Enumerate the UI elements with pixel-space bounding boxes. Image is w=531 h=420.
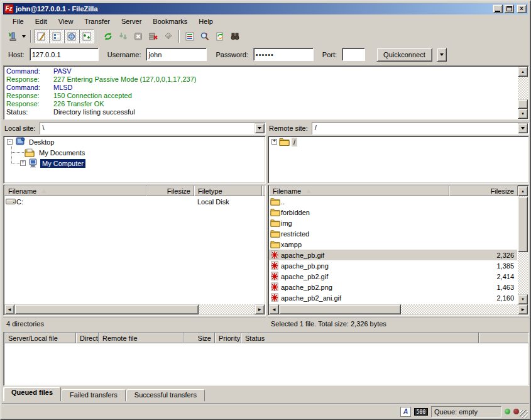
- remote-horizontal-scrollbar[interactable]: ◀ ▶: [269, 304, 528, 314]
- remote-scrollbar-thumb[interactable]: [279, 304, 401, 314]
- menu-transfer[interactable]: Transfer: [79, 16, 116, 27]
- local-horizontal-scrollbar[interactable]: ◀ ▶: [4, 304, 265, 314]
- quickconnect-button[interactable]: Quickconnect: [376, 48, 432, 62]
- port-input[interactable]: [342, 48, 365, 61]
- cancel-operation-button[interactable]: [131, 30, 146, 43]
- close-button[interactable]: ×: [517, 4, 527, 13]
- scroll-right-icon[interactable]: ▶: [255, 304, 265, 314]
- tree-item-my-computer[interactable]: + My Computer: [4, 158, 265, 169]
- username-input[interactable]: [146, 48, 207, 61]
- host-input[interactable]: [30, 48, 99, 61]
- remote-file-name: apache_pb2.gif: [281, 273, 328, 280]
- remote-status-text: Selected 1 file. Total size: 2,326 bytes: [268, 317, 529, 329]
- local-column-filetype[interactable]: Filetype: [194, 185, 262, 196]
- refresh-button[interactable]: [101, 30, 116, 43]
- remote-column-filesize[interactable]: Filesize: [449, 185, 518, 196]
- reconnect-button[interactable]: [161, 30, 176, 43]
- scroll-up-icon[interactable]: ▲: [518, 67, 528, 77]
- queue-column-server-local-file[interactable]: Server/Local file: [4, 333, 76, 343]
- remote-file-row[interactable]: restricted: [269, 228, 517, 239]
- minimize-button[interactable]: [493, 4, 503, 13]
- remote-file-row[interactable]: xampp: [269, 239, 517, 250]
- password-input[interactable]: [253, 48, 314, 61]
- remote-file-row[interactable]: img: [269, 218, 517, 228]
- scroll-left-icon[interactable]: ◀: [4, 304, 14, 314]
- combo-dropdown-button[interactable]: [255, 123, 265, 133]
- remote-file-row-selected[interactable]: apache_pb.gif 2,326: [269, 250, 517, 260]
- menu-bookmarks[interactable]: Bookmarks: [147, 16, 193, 27]
- local-column-last-modified[interactable]: L: [262, 185, 266, 196]
- tab-queued-files[interactable]: Queued files: [3, 387, 61, 401]
- apache-image-file-icon: [270, 282, 281, 292]
- toolbar-separator: [30, 30, 31, 43]
- queue-column-remote-file[interactable]: Remote file: [99, 333, 183, 343]
- menu-server[interactable]: Server: [116, 16, 147, 27]
- queue-column-size[interactable]: Size: [183, 333, 215, 343]
- toggle-message-log-button[interactable]: [34, 30, 49, 43]
- local-column-filesize[interactable]: Filesize: [146, 185, 194, 196]
- remote-site-combobox[interactable]: /: [312, 122, 529, 135]
- disconnect-button[interactable]: [146, 30, 161, 43]
- toggle-local-tree-button[interactable]: [49, 30, 64, 43]
- scroll-left-icon[interactable]: ◀: [269, 304, 279, 314]
- toggle-remote-tree-button[interactable]: [64, 30, 79, 43]
- local-column-filename[interactable]: Filename: [4, 185, 146, 196]
- local-site-combobox[interactable]: \: [40, 122, 266, 135]
- menu-edit[interactable]: Edit: [30, 16, 53, 27]
- drive-icon: [6, 198, 16, 205]
- scroll-down-icon[interactable]: ▼: [518, 109, 528, 119]
- menu-help[interactable]: Help: [193, 16, 219, 27]
- find-files-button[interactable]: [197, 30, 212, 43]
- collapse-icon[interactable]: -: [7, 139, 13, 145]
- speed-limit-icon[interactable]: 500: [414, 408, 428, 416]
- queue-column-priority[interactable]: Priority: [215, 333, 241, 343]
- site-manager-button[interactable]: [4, 30, 19, 43]
- resize-grip[interactable]: [520, 410, 528, 418]
- remote-file-row[interactable]: apache_pb2_ani.gif 2,160: [269, 292, 517, 303]
- ascii-data-type-icon[interactable]: A: [400, 407, 411, 417]
- remote-file-row[interactable]: forbidden: [269, 207, 517, 218]
- remote-file-row[interactable]: apache_pb2.png 1,463: [269, 282, 517, 292]
- site-manager-icon: [7, 31, 17, 41]
- log-scrollbar[interactable]: ▲ ▼: [518, 67, 528, 119]
- queue-column-status[interactable]: Status: [241, 333, 479, 343]
- tab-failed-transfers[interactable]: Failed transfers: [62, 389, 126, 401]
- local-scrollbar-thumb[interactable]: [14, 304, 199, 314]
- remote-file-row[interactable]: apache_pb2.gif 2,414: [269, 271, 517, 282]
- remote-vscrollbar-thumb[interactable]: [518, 197, 528, 252]
- expand-icon[interactable]: +: [271, 139, 277, 145]
- remote-vertical-scrollbar[interactable]: ▲ ▼: [518, 186, 528, 304]
- expand-icon[interactable]: +: [20, 160, 26, 166]
- remote-column-filename[interactable]: Filename: [269, 185, 449, 196]
- menu-file[interactable]: File: [7, 16, 30, 27]
- menu-view[interactable]: View: [53, 16, 79, 27]
- scroll-down-icon[interactable]: ▼: [518, 294, 528, 304]
- toggle-queue-button[interactable]: [79, 30, 94, 43]
- combo-dropdown-button[interactable]: [518, 123, 528, 133]
- tab-successful-transfers[interactable]: Successful transfers: [126, 389, 205, 401]
- menu-bar: File Edit View Transfer Server Bookmarks…: [2, 15, 529, 28]
- synchronized-browsing-button[interactable]: [212, 30, 227, 43]
- filter-binoculars-icon: [230, 31, 240, 41]
- toolbar-separator: [178, 30, 180, 43]
- remote-file-row[interactable]: ..: [269, 196, 517, 207]
- directory-comparison-button[interactable]: [182, 30, 197, 43]
- quickconnect-dropdown-button[interactable]: [437, 48, 447, 62]
- remote-file-row[interactable]: apache_pb.png 1,385: [269, 260, 517, 271]
- tree-item-desktop[interactable]: - Desktop: [4, 136, 265, 147]
- log-scrollbar-thumb[interactable]: [518, 99, 528, 109]
- send-activity-led-icon: [513, 409, 519, 414]
- tree-item-my-documents[interactable]: My Documents: [4, 147, 265, 158]
- site-manager-dropdown-button[interactable]: [19, 30, 28, 43]
- scroll-up-icon[interactable]: ▲: [518, 186, 528, 196]
- process-queue-button[interactable]: [116, 30, 131, 43]
- scroll-right-icon[interactable]: ▶: [518, 304, 528, 314]
- titlebar[interactable]: Fz john@127.0.0.1 - FileZilla ×: [3, 3, 528, 14]
- message-log: Command:PASV Response:227 Entering Passi…: [3, 65, 529, 120]
- tree-item-label: /: [292, 138, 297, 146]
- tree-item-root[interactable]: + /: [268, 136, 528, 147]
- maximize-button[interactable]: [504, 4, 514, 13]
- filter-button[interactable]: [227, 30, 243, 43]
- local-file-row[interactable]: C: Local Disk: [4, 196, 265, 207]
- queue-column-direction[interactable]: Directi...: [76, 333, 99, 343]
